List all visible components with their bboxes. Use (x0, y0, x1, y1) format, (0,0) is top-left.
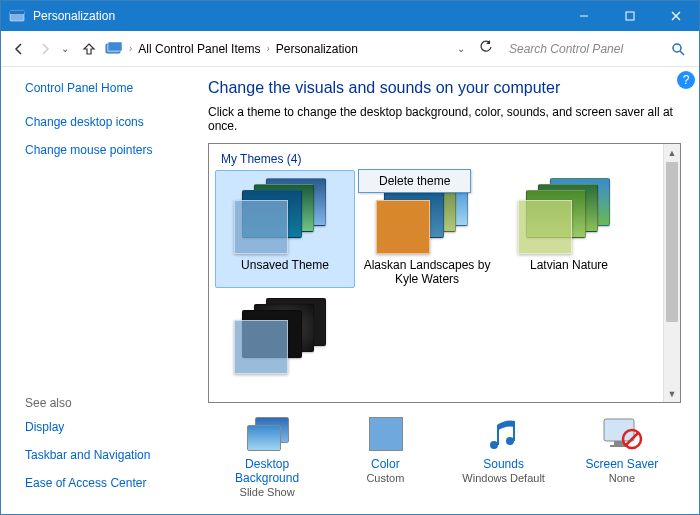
color-sub: Custom (366, 472, 404, 484)
refresh-button[interactable] (479, 40, 493, 57)
sidebar: Control Panel Home Change desktop icons … (1, 67, 196, 514)
scroll-down-button[interactable]: ▼ (664, 385, 680, 402)
toolbar: ⌄ › All Control Panel Items › Personaliz… (1, 31, 699, 67)
sounds-label: Sounds (449, 457, 559, 471)
change-mouse-pointers-link[interactable]: Change mouse pointers (25, 143, 186, 157)
breadcrumb[interactable]: › All Control Panel Items › Personalizat… (105, 40, 499, 57)
chevron-icon[interactable]: › (264, 43, 271, 54)
history-dropdown[interactable]: ⌄ (61, 43, 69, 54)
screen-saver-label: Screen Saver (567, 457, 677, 471)
main-panel: ? Change the visuals and sounds on your … (196, 67, 699, 514)
svg-rect-1 (10, 11, 24, 14)
control-panel-home-link[interactable]: Control Panel Home (25, 81, 186, 95)
svg-line-9 (680, 51, 684, 55)
svg-point-8 (673, 44, 681, 52)
help-icon[interactable]: ? (677, 71, 695, 89)
sounds-sub: Windows Default (462, 472, 545, 484)
taskbar-navigation-link[interactable]: Taskbar and Navigation (25, 448, 186, 462)
up-button[interactable] (79, 39, 99, 59)
minimize-button[interactable] (561, 1, 607, 31)
display-link[interactable]: Display (25, 420, 186, 434)
window-title: Personalization (33, 9, 561, 23)
svg-point-10 (490, 441, 498, 449)
my-themes-header: My Themes (4) (221, 152, 674, 166)
color-label: Color (330, 457, 440, 471)
close-button[interactable] (653, 1, 699, 31)
desktop-background-icon (243, 415, 291, 453)
breadcrumb-dropdown[interactable]: ⌄ (457, 43, 465, 54)
color-icon (361, 415, 409, 453)
svg-rect-3 (626, 12, 634, 20)
scrollbar[interactable]: ▲ ▼ (663, 144, 680, 402)
desktop-background-label: Desktop Background (212, 457, 322, 485)
ease-of-access-link[interactable]: Ease of Access Center (25, 476, 186, 490)
screen-saver-item[interactable]: Screen Saver None (567, 415, 677, 499)
theme-item-unsaved[interactable]: Unsaved Theme (215, 170, 355, 288)
theme-thumbnail (230, 294, 340, 374)
maximize-button[interactable] (607, 1, 653, 31)
sounds-icon (480, 415, 528, 453)
color-item[interactable]: Color Custom (330, 415, 440, 499)
search-icon[interactable] (671, 42, 685, 56)
titlebar: Personalization (1, 1, 699, 31)
theme-label: Alaskan Landscapes by Kyle Waters (359, 258, 495, 286)
theme-label: Latvian Nature (501, 258, 637, 272)
forward-button[interactable] (35, 39, 55, 59)
context-menu: Delete theme (358, 169, 471, 193)
personalization-icon (9, 8, 25, 24)
theme-item-latvian[interactable]: Latvian Nature (499, 170, 639, 288)
svg-rect-7 (108, 42, 122, 51)
settings-row: Desktop Background Slide Show Color Cust… (208, 415, 681, 499)
delete-theme-menuitem[interactable]: Delete theme (379, 174, 450, 188)
screen-saver-icon (598, 415, 646, 453)
theme-thumbnail (230, 174, 340, 254)
breadcrumb-item[interactable]: Personalization (276, 42, 358, 56)
breadcrumb-item[interactable]: All Control Panel Items (138, 42, 260, 56)
page-title: Change the visuals and sounds on your co… (208, 79, 681, 97)
scroll-thumb[interactable] (666, 162, 678, 322)
theme-item[interactable] (215, 290, 355, 380)
control-panel-icon (105, 41, 123, 57)
search-input[interactable] (505, 37, 665, 61)
screen-saver-sub: None (609, 472, 635, 484)
see-also-label: See also (25, 396, 186, 410)
chevron-icon[interactable]: › (127, 43, 134, 54)
desktop-background-sub: Slide Show (240, 486, 295, 498)
page-subtitle: Click a theme to change the desktop back… (208, 105, 681, 133)
change-desktop-icons-link[interactable]: Change desktop icons (25, 115, 186, 129)
back-button[interactable] (9, 39, 29, 59)
sounds-item[interactable]: Sounds Windows Default (449, 415, 559, 499)
desktop-background-item[interactable]: Desktop Background Slide Show (212, 415, 322, 499)
scroll-up-button[interactable]: ▲ (664, 144, 680, 161)
svg-point-11 (506, 437, 514, 445)
theme-label: Unsaved Theme (217, 258, 353, 272)
theme-thumbnail (514, 174, 624, 254)
